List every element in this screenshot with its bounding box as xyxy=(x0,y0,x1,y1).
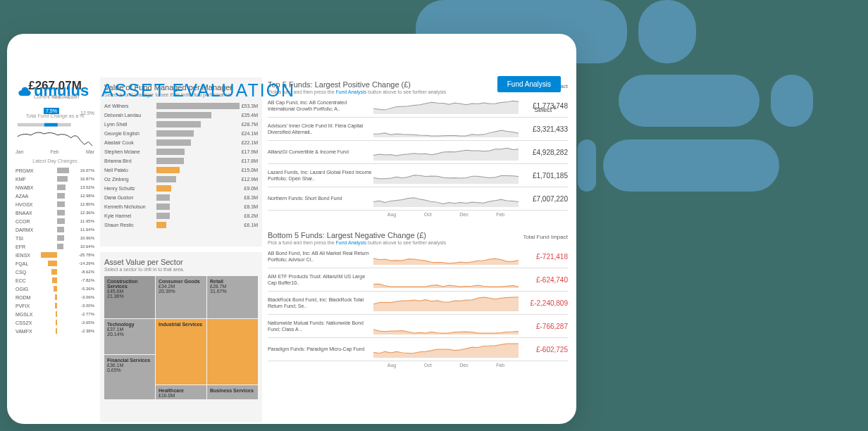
change-row[interactable]: BNAAX12.36% xyxy=(16,208,94,217)
treemap-cell[interactable]: Retail£28.7M31.67% xyxy=(207,276,258,318)
change-value: -14.29% xyxy=(73,261,94,266)
treemap-cell[interactable]: Industrial Services xyxy=(156,319,206,385)
manager-row[interactable]: Kyle Harmel£8.2M xyxy=(104,211,258,220)
change-row[interactable]: VAMFX-2.38% xyxy=(16,327,94,335)
manager-name: Brianna Bird xyxy=(104,158,156,163)
fund-name: AllianzGI Convertible & Income Fund xyxy=(268,149,373,155)
manager-name: Alastair Cook xyxy=(104,140,156,145)
sparkline-icon xyxy=(373,97,519,114)
sparkline-icon xyxy=(373,318,519,335)
sparkline-icon xyxy=(373,271,519,288)
sector-treemap[interactable]: Construction Services£45.6M21.36% Consum… xyxy=(104,276,258,399)
dashboard-panel: umulus WEALTH ASSET EVALUATION Fund Anal… xyxy=(7,34,576,424)
fund-row[interactable]: Paradigm Funds: Paradigm Micro-Cap Fund£… xyxy=(268,338,568,361)
treemap-cell[interactable]: Construction Services£45.6M21.36% xyxy=(104,276,155,318)
sparkline-icon xyxy=(373,144,519,161)
ticker: OGIG xyxy=(16,287,41,292)
fund-row[interactable]: AllianzGI Convertible & Income Fund£4,92… xyxy=(268,141,568,164)
manager-name: Kyle Harmel xyxy=(104,213,156,218)
fund-name: Paradigm Funds: Paradigm Micro-Cap Fund xyxy=(268,346,373,352)
fund-name: Advisors' Inner Circle Fund III: Fiera C… xyxy=(268,123,373,135)
treemap-cell[interactable]: Healthcare£16.0M xyxy=(156,385,206,399)
sectors-subtitle: Select a sector to drill in to that area… xyxy=(104,267,258,272)
change-row[interactable]: NWABX13.52% xyxy=(16,183,94,192)
manager-value: £8.2M xyxy=(244,213,258,218)
change-value: -3.06% xyxy=(73,295,94,299)
change-row[interactable]: RODM-3.06% xyxy=(16,293,94,301)
right-column: Total Fund Impact Top 5 Funds: Largest P… xyxy=(268,77,568,423)
treemap-cell[interactable]: Business Services xyxy=(207,385,258,399)
manager-row[interactable]: Stephen Mclane£17.9M xyxy=(104,147,258,156)
change-row[interactable]: KMF16.87% xyxy=(16,175,94,183)
summary-sidebar: £267.07M Current Fund Value 7.5% 12.5% T… xyxy=(16,77,94,423)
fund-row[interactable]: AB Bond Fund, Inc: AB All Market Real Re… xyxy=(268,245,568,268)
change-row[interactable]: ECC-7.82% xyxy=(16,276,94,285)
change-row[interactable]: HVOSX12.80% xyxy=(16,200,94,208)
fund-row[interactable]: Lazard Funds, Inc: Lazard Global Fixed I… xyxy=(268,164,568,187)
manager-row[interactable]: Alastair Cook£22.1M xyxy=(104,138,258,147)
change-row[interactable]: CCOR11.95% xyxy=(16,217,94,225)
change-value: 10.64% xyxy=(73,244,94,249)
manager-row[interactable]: Kenneth Nicholson£8.3M xyxy=(104,202,258,211)
manager-row[interactable]: Oz Zinberg£12.9M xyxy=(104,175,258,184)
treemap-cell[interactable]: Consumer Goods£34.2M20.39% xyxy=(156,276,206,318)
change-row[interactable]: TSI10.96% xyxy=(16,234,94,242)
manager-row[interactable]: Brianna Bird£17.8M xyxy=(104,156,258,165)
manager-row[interactable]: Shaun Restic£6.1M xyxy=(104,220,258,230)
cloud-icon xyxy=(17,86,32,96)
fund-row[interactable]: AIM ETF Products Trust: AllianzIM US Lar… xyxy=(268,268,568,292)
manager-row[interactable]: Neil Palato£15.0M xyxy=(104,165,258,175)
fund-analysis-button[interactable]: Fund Analysis xyxy=(497,76,561,92)
change-row[interactable]: AZAA12.98% xyxy=(16,192,94,200)
change-value: 11.95% xyxy=(73,219,94,223)
manager-row[interactable]: Henry Schultz£9.0M xyxy=(104,184,258,193)
fund-change-sparkline: 7.5% 12.5% xyxy=(16,108,94,147)
change-value: -8.62% xyxy=(73,270,94,274)
ticker: KMF xyxy=(16,177,41,182)
change-row[interactable]: PRGMX19.07% xyxy=(16,166,94,175)
svg-rect-1 xyxy=(44,123,58,127)
manager-name: Stephen Mclane xyxy=(104,149,156,154)
manager-value: £8.3M xyxy=(244,195,258,200)
treemap-cell[interactable] xyxy=(207,319,258,385)
fund-row[interactable]: BlackRock Bond Fund, Inc: BlackRock Tota… xyxy=(268,292,568,315)
ticker: PRGMX xyxy=(16,168,41,173)
manager-value: £35.4M xyxy=(242,113,258,118)
fund-row[interactable]: AB Cap Fund, Inc: AB Concentrated Intern… xyxy=(268,94,568,118)
change-row[interactable]: CSSZX-2.65% xyxy=(16,318,94,327)
fund-row[interactable]: Advisors' Inner Circle Fund III: Fiera C… xyxy=(268,118,568,141)
change-value: -2.65% xyxy=(73,320,94,325)
manager-name: Neil Palato xyxy=(104,168,156,173)
manager-value: £15.0M xyxy=(242,168,258,173)
fund-row[interactable]: Nationwide Mutual Funds: Nationwide Bond… xyxy=(268,315,568,338)
fund-analysis-link[interactable]: Fund Analysis xyxy=(336,89,367,94)
change-row[interactable]: PVFIX-3.00% xyxy=(16,301,94,310)
fund-row[interactable]: Northern Funds: Short Bond Fund£7,007,22… xyxy=(268,187,568,211)
manager-name: Lynn Shell xyxy=(104,122,156,127)
change-row[interactable]: OGIG-5.26% xyxy=(16,285,94,293)
change-value: 13.52% xyxy=(73,185,94,189)
sparkline-icon xyxy=(373,120,519,137)
logo-subtitle: WEALTH xyxy=(52,94,81,99)
change-row[interactable]: MGSLX-2.77% xyxy=(16,310,94,318)
manager-row[interactable]: Art Withers£53.3M xyxy=(104,101,258,111)
manager-row[interactable]: Deborah Landau£35.4M xyxy=(104,111,258,120)
manager-value: £17.8M xyxy=(242,158,258,163)
manager-value: £8.3M xyxy=(244,204,258,209)
manager-row[interactable]: Dana Guston£8.3M xyxy=(104,193,258,202)
change-row[interactable]: IENSX-25.78% xyxy=(16,251,94,259)
currency-selector[interactable]: Select £ xyxy=(534,104,557,113)
change-row[interactable]: FQAL-14.29% xyxy=(16,259,94,268)
change-row[interactable]: EFR10.64% xyxy=(16,242,94,251)
manager-name: Kenneth Nicholson xyxy=(104,204,156,209)
treemap-cell[interactable]: Technology£37.1M20.14% xyxy=(104,319,155,354)
treemap-cell[interactable]: Financial Services£36.1M0.65% xyxy=(104,355,155,399)
fund-analysis-link[interactable]: Fund Analysis xyxy=(336,240,367,245)
manager-row[interactable]: Georgie English£24.1M xyxy=(104,129,258,138)
manager-value: £53.3M xyxy=(242,104,258,108)
manager-name: Shaun Restic xyxy=(104,223,156,227)
change-row[interactable]: DARMX11.64% xyxy=(16,225,94,234)
manager-row[interactable]: Lynn Shell£28.7M xyxy=(104,120,258,129)
change-value: -7.82% xyxy=(73,278,94,282)
change-row[interactable]: CSQ-8.62% xyxy=(16,268,94,276)
